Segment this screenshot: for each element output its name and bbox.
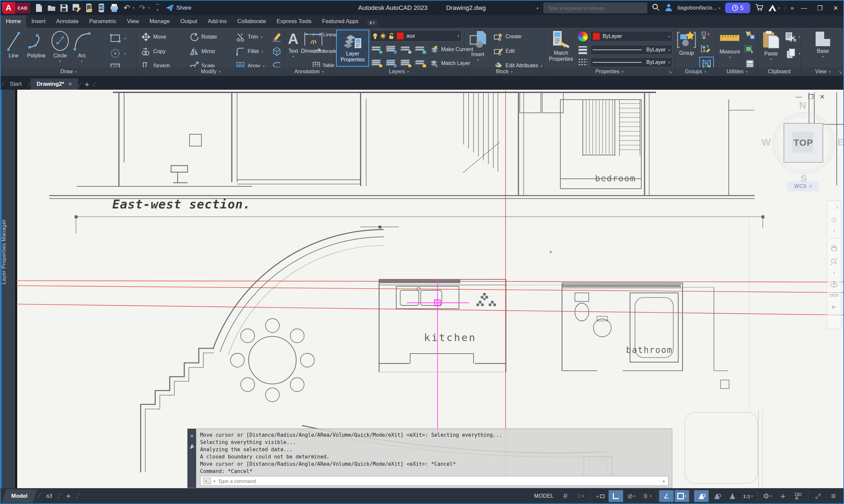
command-line: A closed boundary could not be determine… (200, 453, 669, 461)
bathroom-label: bathroom (626, 345, 673, 355)
section-label: East-west section. (112, 197, 251, 212)
command-window-grip[interactable]: ✕ (188, 429, 196, 488)
isolate-objects-button[interactable] (791, 490, 806, 502)
status-toggles: MODEL # ∷▾ + ⊘▾ ▾ ∠ ▾ 1:1▾ ⚙▾ + ⤢ (531, 488, 841, 504)
nav-zoom-caret-icon[interactable]: ▾ (833, 271, 835, 275)
crosshair-size-button[interactable]: + (776, 490, 790, 502)
viewcube[interactable]: N W E S TOP WCS▽ (770, 98, 836, 197)
zoom-icon[interactable] (830, 258, 838, 266)
object-snap-toggle[interactable]: ▾ (675, 490, 689, 502)
nav-wheel-icon[interactable]: ◎ (831, 215, 837, 223)
polar-tracking-toggle[interactable]: ⊘▾ (624, 490, 639, 502)
annotation-autoscale-toggle[interactable] (710, 490, 724, 502)
clean-screen-button[interactable]: ⤢ (811, 490, 825, 502)
command-input[interactable]: >_ ▾ Type a command ▲ (200, 476, 669, 486)
viewcube-west[interactable]: W (761, 137, 771, 148)
autocad-window: ACAD ↶ ▾ ↷ ▾ ▔▾ Share (0, 0, 844, 504)
command-line: Selecting everything visible... (200, 439, 669, 446)
ortho-toggle[interactable] (608, 490, 623, 502)
grid-toggle[interactable]: # (558, 490, 572, 502)
selection-grips[interactable] (75, 215, 764, 229)
command-line: Command: *Cancel* (200, 468, 669, 475)
workspace-switching-button[interactable]: ⚙▾ (760, 490, 775, 502)
command-history-up-icon[interactable]: ▲ (662, 479, 666, 483)
object-snap-tracking-toggle[interactable]: ∠ (659, 490, 674, 502)
isometric-drafting-toggle[interactable]: ▾ (640, 490, 654, 502)
model-tab[interactable]: Model (2, 489, 37, 503)
viewcube-east[interactable]: E (838, 137, 844, 148)
navigation-bar[interactable]: ✕ ◎ ▾ ▾ ▶ (827, 200, 841, 329)
viewcube-top-face[interactable]: TOP (783, 123, 823, 163)
nav-wheel-caret-icon[interactable]: ▾ (833, 229, 835, 233)
layout-tab-a3[interactable]: a3 (41, 493, 57, 499)
command-prompt-icon: >_ (203, 478, 211, 484)
new-layout-button[interactable]: + (62, 491, 75, 501)
bedroom-label: bedroom (595, 174, 636, 183)
snap-toggle[interactable]: ∷▾ (573, 490, 588, 502)
model-space-button[interactable]: MODEL (531, 490, 557, 502)
annotation-scale-icon[interactable] (725, 490, 740, 502)
show-motion-icon[interactable] (830, 293, 838, 299)
command-close-icon[interactable]: ✕ (190, 433, 194, 439)
workspace: Layer Properties Manager (1, 90, 843, 488)
red-construction-lines[interactable] (16, 90, 844, 487)
crosshair-cursor (407, 280, 469, 435)
command-history: Move cursor or [Distance/Radius/Angle/AR… (196, 429, 672, 488)
wcs-menu[interactable]: WCS▽ (787, 181, 819, 191)
annotation-visibility-toggle[interactable] (694, 490, 709, 502)
pan-hand-icon[interactable] (830, 244, 838, 252)
status-bar: Model / a3 / + / MODEL # ∷▾ + ⊘▾ ▾ ∠ ▾ (1, 488, 843, 504)
kitchen-label: kitchen (424, 331, 477, 343)
drawing-canvas[interactable]: East-west section. kitchen bathroom bedr… (17, 90, 843, 488)
play-motion-icon[interactable]: ▶ (832, 304, 836, 309)
command-line: Analyzing the selected data... (200, 446, 669, 453)
customization-button[interactable]: ≡ (826, 490, 841, 502)
pickbox (434, 300, 441, 306)
layout-tabs: Model / a3 / + / (4, 488, 80, 504)
command-line: Move cursor or [Distance/Radius/Angle/AR… (200, 431, 669, 439)
viewcube-north[interactable]: N (799, 100, 806, 111)
command-window[interactable]: ✕ Move cursor or [Distance/Radius/Angle/… (187, 429, 672, 488)
command-placeholder: Type a command (218, 478, 256, 484)
annotation-scale-value[interactable]: 1:1▾ (741, 490, 755, 502)
navbar-close-icon[interactable]: ✕ (836, 205, 839, 210)
orbit-icon[interactable] (830, 281, 838, 288)
command-line: Move cursor or [Distance/Radius/Angle/AR… (200, 461, 669, 468)
command-wrench-icon[interactable] (190, 444, 194, 449)
dynamic-input-toggle[interactable]: + (593, 490, 607, 502)
